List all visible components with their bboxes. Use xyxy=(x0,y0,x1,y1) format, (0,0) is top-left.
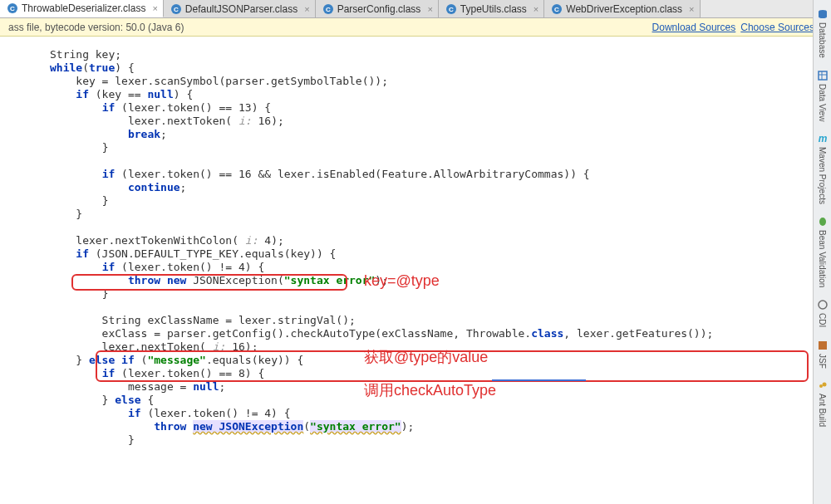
svg-point-20 xyxy=(819,384,823,388)
maven-icon: m xyxy=(817,133,829,144)
code-line: if (lexer.token() != 4) { xyxy=(50,407,291,419)
bean-icon xyxy=(817,216,829,228)
code-line: } xyxy=(50,287,108,300)
code-line: throw new JSONException("syntax error"); xyxy=(50,420,414,433)
rail-label: Database xyxy=(818,22,827,58)
code-line: lexer.nextTokenWithColon( i: 4); xyxy=(50,234,284,247)
rail-label: JSF xyxy=(818,354,827,369)
jsf-icon xyxy=(817,340,829,351)
tab-label: WebDriverException.class xyxy=(566,3,682,15)
tab-label: DefaultJSONParser.class xyxy=(185,3,297,15)
close-icon[interactable]: × xyxy=(304,4,309,14)
underline-throwable-class xyxy=(492,379,586,381)
class-icon: C xyxy=(322,3,334,15)
svg-rect-19 xyxy=(819,341,827,350)
svg-text:C: C xyxy=(174,6,179,13)
code-line: continue; xyxy=(50,181,186,193)
close-icon[interactable]: × xyxy=(689,4,694,14)
close-icon[interactable]: × xyxy=(534,4,538,14)
rail-label: Maven Projects xyxy=(818,147,827,204)
code-line: } xyxy=(50,194,108,207)
code-line xyxy=(50,301,57,313)
code-line: if (JSON.DEFAULT_TYPE_KEY.equals(key)) { xyxy=(50,247,336,260)
rail-database[interactable]: Database xyxy=(816,5,829,61)
decompiled-info-bar: ass file, bytecode version: 50.0 (Java 6… xyxy=(0,18,831,37)
info-text: ass file, bytecode version: 50.0 (Java 6… xyxy=(8,22,184,33)
tab-label: TypeUtils.class xyxy=(460,3,527,15)
code-line: if (key == null) { xyxy=(50,88,193,100)
tab-label: ParserConfig.class xyxy=(337,3,421,15)
class-icon: C xyxy=(170,3,182,15)
code-line: String exClassName = lexer.stringVal(); xyxy=(50,314,356,326)
rail-label: Ant Build xyxy=(818,394,827,427)
tool-window-rail: Database Data View m Maven Projects Bean… xyxy=(813,0,831,504)
code-line: } xyxy=(50,141,108,154)
close-icon[interactable]: × xyxy=(427,4,432,14)
svg-rect-13 xyxy=(819,71,827,80)
tab-type-utils[interactable]: C TypeUtils.class × xyxy=(439,0,544,17)
code-line: message = null; xyxy=(50,380,225,393)
svg-text:C: C xyxy=(554,6,559,13)
svg-point-12 xyxy=(819,15,827,18)
code-line xyxy=(50,221,57,233)
rail-label: CDI xyxy=(818,313,827,327)
annotation-checkautotype: 调用checkAutoType xyxy=(364,384,496,397)
rail-cdi[interactable]: CDI xyxy=(816,296,829,330)
svg-point-17 xyxy=(819,218,826,226)
svg-point-18 xyxy=(819,301,827,309)
code-line: break; xyxy=(50,128,167,140)
code-line: lexer.nextToken( i: 16); xyxy=(50,340,258,353)
cdi-icon xyxy=(817,299,829,311)
svg-text:m: m xyxy=(818,133,827,144)
code-line: exClass = parser.getConfig().checkAutoTy… xyxy=(50,327,713,340)
editor-tabs: C ThrowableDeserializer.class × C Defaul… xyxy=(0,0,831,18)
svg-text:C: C xyxy=(449,6,454,13)
tab-webdriver-exception[interactable]: C WebDriverException.class × xyxy=(544,0,700,17)
class-icon: C xyxy=(551,3,563,15)
tab-default-json-parser[interactable]: C DefaultJSONParser.class × xyxy=(164,0,316,17)
code-line: if (lexer.token() == 16 && lexer.isEnabl… xyxy=(50,168,590,180)
rail-bean-validation[interactable]: Bean Validation xyxy=(816,213,829,291)
code-editor[interactable]: String key; while(true) { key = lexer.sc… xyxy=(0,37,831,504)
class-icon: C xyxy=(445,3,457,15)
data-view-icon xyxy=(817,70,829,81)
code-line: } else { xyxy=(50,394,154,406)
class-icon: C xyxy=(7,2,18,14)
rail-ant[interactable]: Ant Build xyxy=(816,376,829,430)
code-line: String key; xyxy=(50,48,121,61)
rail-jsf[interactable]: JSF xyxy=(816,336,829,372)
code-line: if (lexer.token() != 4) { xyxy=(50,261,264,273)
code-line: } xyxy=(50,433,135,446)
rail-maven[interactable]: m Maven Projects xyxy=(816,130,829,208)
code-line: key = lexer.scanSymbol(parser.getSymbolT… xyxy=(50,75,388,87)
info-links: Download Sources Choose Sources... xyxy=(652,22,823,33)
tab-parser-config[interactable]: C ParserConfig.class × xyxy=(316,0,439,17)
code-line: if (lexer.token() == 8) { xyxy=(50,367,264,379)
close-icon[interactable]: × xyxy=(152,3,157,13)
rail-label: Bean Validation xyxy=(818,230,827,287)
svg-text:C: C xyxy=(326,6,331,13)
code-line: lexer.nextToken( i: 16); xyxy=(50,115,284,127)
code-line: while(true) { xyxy=(50,61,135,74)
code-line: } else if ("message".equals(key)) { xyxy=(50,354,303,366)
database-icon xyxy=(817,8,829,20)
ant-icon xyxy=(817,379,829,391)
code-line: throw new JSONException("syntax error"); xyxy=(50,274,388,286)
svg-text:C: C xyxy=(10,5,15,12)
rail-data-view[interactable]: Data View xyxy=(816,66,829,125)
annotation-get-value: 获取@type的value xyxy=(364,350,488,364)
tab-label: ThrowableDeserializer.class xyxy=(22,2,145,14)
svg-point-21 xyxy=(822,383,826,387)
rail-label: Data View xyxy=(818,84,827,121)
choose-sources-link[interactable]: Choose Sources... xyxy=(740,22,823,33)
code-line: } xyxy=(50,208,82,220)
download-sources-link[interactable]: Download Sources xyxy=(652,22,736,33)
code-line: if (lexer.token() == 13) { xyxy=(50,101,271,114)
tab-throwable-deserializer[interactable]: C ThrowableDeserializer.class × xyxy=(0,0,164,17)
code-line xyxy=(50,154,57,167)
